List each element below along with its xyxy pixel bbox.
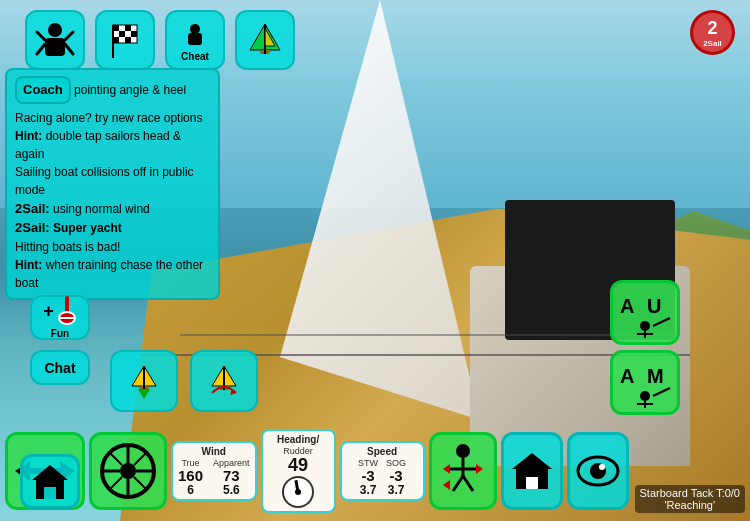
svg-line-36 (653, 318, 670, 326)
svg-rect-63 (526, 477, 538, 489)
fun-label: Fun (51, 328, 69, 339)
svg-point-0 (48, 23, 62, 37)
flag-icon (105, 20, 145, 60)
house-button[interactable] (501, 432, 563, 510)
svg-rect-12 (125, 37, 131, 43)
svg-line-5 (65, 32, 73, 40)
eye-icon (576, 453, 620, 489)
cheat-button[interactable]: Cheat (165, 10, 225, 70)
cheat-icon (180, 19, 210, 49)
svg-line-50 (110, 453, 122, 465)
person-sail-button[interactable] (429, 432, 497, 510)
wind-title: Wind (202, 446, 226, 458)
coach-line4: Sailing boat collisions off in public mo… (15, 163, 210, 199)
chat-label: Chat (44, 360, 75, 376)
svg-text:U: U (647, 295, 661, 317)
speed-instrument: Speed STW -3 3.7 SOG -3 3.7 (340, 441, 425, 502)
sailboat-mid-icon (124, 361, 164, 401)
person-icon (35, 20, 75, 60)
svg-rect-15 (188, 33, 202, 45)
sailboat-mid2-icon (204, 361, 244, 401)
svg-line-3 (65, 44, 73, 54)
svg-rect-10 (131, 31, 137, 37)
svg-marker-61 (443, 480, 450, 490)
sailboat-mid-button[interactable] (110, 350, 178, 412)
svg-rect-9 (119, 31, 125, 37)
svg-point-54 (456, 444, 470, 458)
svg-rect-68 (44, 487, 56, 499)
steering-wheel-icon (98, 441, 158, 501)
coach-line3: Hint: double tap sailors head & again (15, 127, 210, 163)
svg-point-39 (640, 391, 650, 401)
sailboat-top-button[interactable] (235, 10, 295, 70)
coach-line5: 2Sail: using normal wind (15, 199, 210, 219)
coach-line2: Racing alone? try new race options (15, 109, 210, 127)
sailboat-top-icon (245, 20, 285, 60)
tack-status: Starboard Tack T:0/0 (640, 487, 741, 499)
auto-upper-button[interactable]: A U (610, 280, 680, 345)
chat-button[interactable]: Chat (30, 350, 90, 385)
svg-line-53 (110, 477, 122, 489)
sail-status: 'Reaching' (640, 499, 741, 511)
coach-line7: Hitting boats is bad! (15, 238, 210, 256)
status-text: Starboard Tack T:0/0 'Reaching' (635, 485, 746, 513)
heading-instrument: Heading/ Rudder 49 (261, 429, 336, 513)
timer-value: 2 (707, 18, 717, 39)
svg-line-58 (463, 476, 473, 491)
sailboat-mid2-button[interactable] (190, 350, 258, 412)
svg-point-45 (120, 463, 136, 479)
svg-rect-8 (125, 25, 131, 31)
timer-badge: 2 2Sail (690, 10, 735, 55)
auto-lower-icon: A M (615, 358, 675, 408)
wind-apparent-dial: Apparent 73 5.6 (213, 458, 250, 497)
svg-text:A: A (620, 295, 634, 317)
sog-dial: SOG -3 3.7 (386, 458, 406, 497)
speed-title: Speed (367, 446, 397, 458)
svg-text:M: M (647, 365, 664, 387)
svg-marker-59 (443, 464, 450, 474)
coach-line8: Hint: when training chase the other boat (15, 256, 210, 292)
coach-panel: Coach pointing angle & heel Racing alone… (5, 68, 220, 300)
house-bl-button[interactable] (20, 454, 80, 509)
person-button[interactable] (25, 10, 85, 70)
svg-marker-26 (138, 389, 150, 399)
svg-line-2 (37, 44, 45, 54)
coach-label: Coach (15, 76, 71, 104)
svg-line-57 (453, 476, 463, 491)
svg-text:A: A (620, 365, 634, 387)
cheat-label: Cheat (181, 51, 209, 62)
svg-marker-60 (476, 464, 483, 474)
heading-title: Heading/ (277, 434, 319, 446)
coach-line1: pointing angle & heel (74, 83, 186, 97)
wind-instrument: Wind True 160 6 Apparent 73 5.6 (171, 441, 257, 502)
fun-button[interactable]: + Fun (30, 295, 90, 340)
svg-rect-1 (45, 38, 65, 56)
heading-dial (282, 476, 314, 508)
timer-label: 2Sail (703, 39, 722, 48)
stw-dial: STW -3 3.7 (358, 458, 378, 497)
flag-button[interactable] (95, 10, 155, 70)
house-icon (510, 449, 554, 493)
svg-line-52 (134, 453, 146, 465)
auto-upper-icon: A U (615, 288, 675, 338)
house-bl-icon (30, 462, 70, 502)
svg-point-66 (599, 464, 605, 470)
coach-line6: 2Sail: Super yacht (15, 218, 210, 238)
person-sail-icon (438, 441, 488, 501)
candy-icon (57, 296, 77, 326)
auto-lower-button[interactable]: A M (610, 350, 680, 415)
svg-marker-19 (265, 28, 275, 46)
svg-line-4 (37, 32, 45, 40)
svg-line-42 (653, 388, 670, 396)
svg-line-51 (134, 477, 146, 489)
svg-point-33 (640, 321, 650, 331)
eye-button[interactable] (567, 432, 629, 510)
wind-true-dial: True 160 6 (178, 458, 203, 497)
steering-button[interactable] (89, 432, 167, 510)
fun-plus: + (43, 301, 54, 322)
svg-point-14 (190, 24, 200, 34)
